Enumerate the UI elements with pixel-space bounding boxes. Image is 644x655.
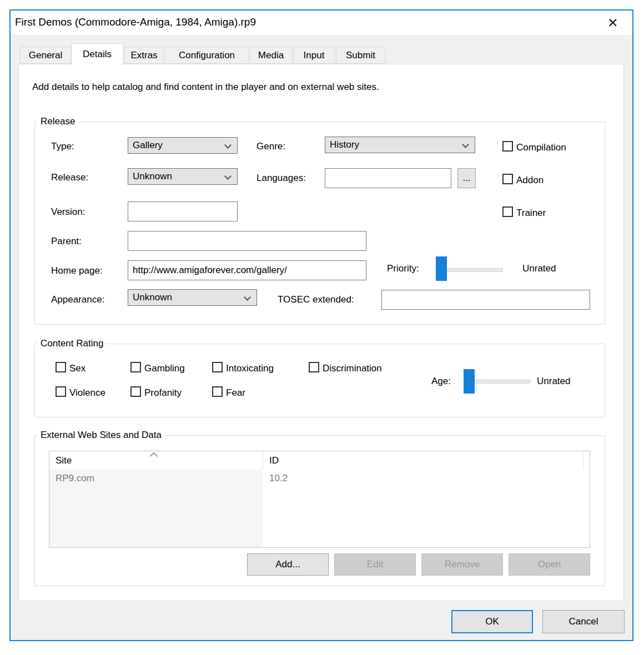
tab-input[interactable]: Input [293, 47, 335, 64]
cancel-button[interactable]: Cancel [542, 610, 625, 633]
column-header-site[interactable]: Site [56, 455, 72, 466]
trainer-label: Trainer [516, 208, 546, 219]
discrimination-checkbox[interactable] [309, 362, 319, 372]
tab-media[interactable]: Media [250, 47, 292, 64]
fear-checkbox[interactable] [212, 386, 223, 397]
add-button[interactable]: Add... [247, 553, 329, 576]
age-value: Unrated [537, 376, 570, 387]
genre-select[interactable]: History [325, 137, 475, 153]
priority-value: Unrated [522, 263, 556, 274]
type-select-value: Gallery [133, 140, 163, 151]
chevron-down-icon [462, 141, 469, 148]
languages-input[interactable] [325, 168, 451, 188]
gambling-label: Gambling [144, 363, 185, 374]
column-divider [583, 451, 583, 470]
close-button[interactable]: ✕ [601, 13, 625, 32]
open-button: Open [509, 553, 590, 576]
chevron-down-icon [224, 173, 232, 180]
tab-details[interactable]: Details [71, 43, 123, 65]
tab-submit[interactable]: Submit [336, 47, 385, 64]
homepage-label: Home page: [51, 265, 103, 276]
violence-label: Violence [69, 387, 105, 399]
appearance-select-value: Unknown [133, 292, 172, 303]
gambling-checkbox[interactable] [130, 362, 141, 372]
type-label: Type: [51, 141, 74, 152]
intoxicating-checkbox[interactable] [212, 362, 223, 372]
close-icon: ✕ [607, 16, 618, 31]
priority-slider-thumb[interactable] [436, 256, 447, 281]
parent-label: Parent: [51, 236, 82, 247]
intro-text: Add details to help catalog and find con… [32, 82, 379, 93]
violence-checkbox[interactable] [56, 386, 66, 397]
chevron-down-icon [224, 142, 232, 149]
addon-label: Addon [516, 175, 544, 186]
remove-button: Remove [421, 553, 503, 576]
profanity-checkbox[interactable] [130, 386, 141, 397]
tab-general[interactable]: General [20, 47, 71, 64]
genre-select-value: History [330, 139, 359, 150]
release-select-value: Unknown [133, 171, 172, 182]
window-title: First Demos (Commodore-Amiga, 1984, Amig… [15, 16, 256, 28]
release-label: Release: [51, 172, 88, 183]
table-row-site-cell[interactable]: RP9.com [56, 473, 94, 484]
sex-label: Sex [69, 363, 85, 374]
tosec-label: TOSEC extended: [278, 294, 354, 305]
version-input[interactable] [128, 201, 238, 221]
type-select[interactable]: Gallery [128, 137, 238, 154]
addon-checkbox[interactable] [502, 174, 513, 184]
version-label: Version: [51, 206, 85, 218]
column-divider [263, 451, 263, 470]
tab-configuration[interactable]: Configuration [165, 47, 249, 64]
release-select[interactable]: Unknown [128, 168, 238, 185]
chevron-down-icon [244, 294, 251, 301]
table-row-id-cell[interactable]: 10.2 [269, 473, 288, 484]
ok-button[interactable]: OK [451, 610, 533, 633]
languages-browse-button[interactable]: ... [457, 168, 476, 188]
release-group-legend: Release [38, 116, 78, 127]
appearance-select[interactable]: Unknown [128, 289, 257, 306]
compilation-label: Compilation [516, 142, 566, 153]
parent-input[interactable] [128, 231, 366, 251]
sex-checkbox[interactable] [56, 362, 66, 372]
trainer-checkbox[interactable] [502, 206, 513, 217]
discrimination-label: Discrimination [323, 363, 382, 374]
priority-label: Priority: [387, 263, 419, 274]
column-header-id[interactable]: ID [269, 455, 279, 466]
content-rating-legend: Content Rating [38, 338, 106, 349]
external-sites-legend: External Web Sites and Data [38, 430, 164, 441]
tosec-input[interactable] [381, 290, 590, 310]
appearance-label: Appearance: [51, 294, 104, 305]
age-label: Age: [431, 376, 451, 387]
profanity-label: Profanity [144, 387, 182, 399]
fear-label: Fear [226, 387, 245, 399]
edit-button: Edit [334, 553, 416, 576]
homepage-input[interactable] [128, 260, 366, 280]
age-slider-thumb[interactable] [464, 369, 475, 394]
intoxicating-label: Intoxicating [226, 363, 274, 374]
compilation-checkbox[interactable] [502, 141, 513, 152]
tab-extras[interactable]: Extras [124, 47, 164, 64]
languages-label: Languages: [256, 173, 306, 184]
genre-label: Genre: [256, 141, 285, 152]
